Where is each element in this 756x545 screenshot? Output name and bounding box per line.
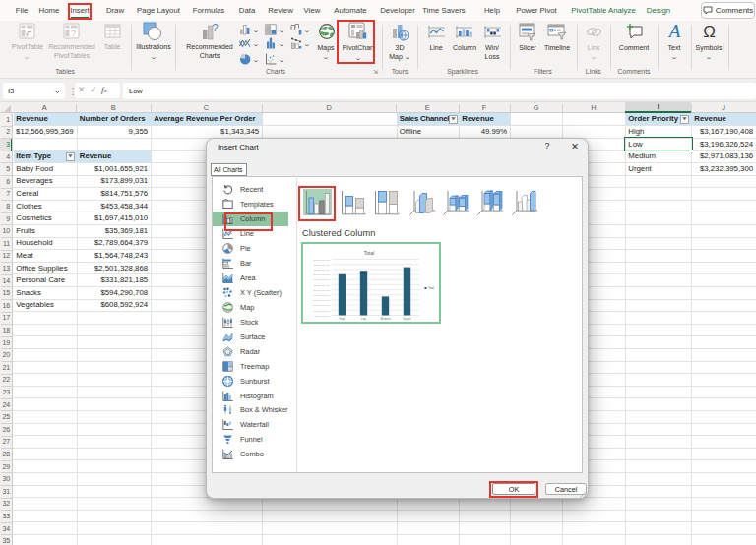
svg-text:$3,120,000,000: $3,120,000,000 (313, 299, 330, 302)
svg-text:$3,90,000,000: $3,90,000,000 (314, 315, 330, 318)
svg-text:Low: Low (360, 317, 366, 321)
svg-text:$3,180,000,000: $3,180,000,000 (313, 269, 330, 272)
svg-text:$3,110,000,000: $3,110,000,000 (313, 304, 330, 307)
svg-text:$3,100,000,000: $3,100,000,000 (313, 310, 330, 313)
svg-text:$3,150,000,000: $3,150,000,000 (313, 284, 330, 287)
svg-text:Total: Total (363, 250, 374, 256)
svg-text:?: ? (212, 23, 218, 33)
svg-text:$3,140,000,000: $3,140,000,000 (313, 289, 330, 292)
svg-text:$3,190,000,000: $3,190,000,000 (313, 264, 330, 267)
svg-text:$3,200,000,000: $3,200,000,000 (313, 259, 330, 262)
svg-text:?: ? (71, 29, 76, 38)
svg-text:$3,160,000,000: $3,160,000,000 (313, 278, 330, 281)
svg-text:$3,130,000,000: $3,130,000,000 (313, 294, 330, 297)
svg-text:A: A (667, 23, 681, 40)
svg-text:High: High (339, 317, 345, 321)
svg-text:Total: Total (428, 286, 434, 290)
svg-text:Ω: Ω (703, 23, 716, 40)
svg-text:$3,170,000,000: $3,170,000,000 (313, 273, 330, 276)
svg-text:Urgent: Urgent (403, 317, 411, 321)
svg-text:Medium: Medium (380, 317, 391, 321)
